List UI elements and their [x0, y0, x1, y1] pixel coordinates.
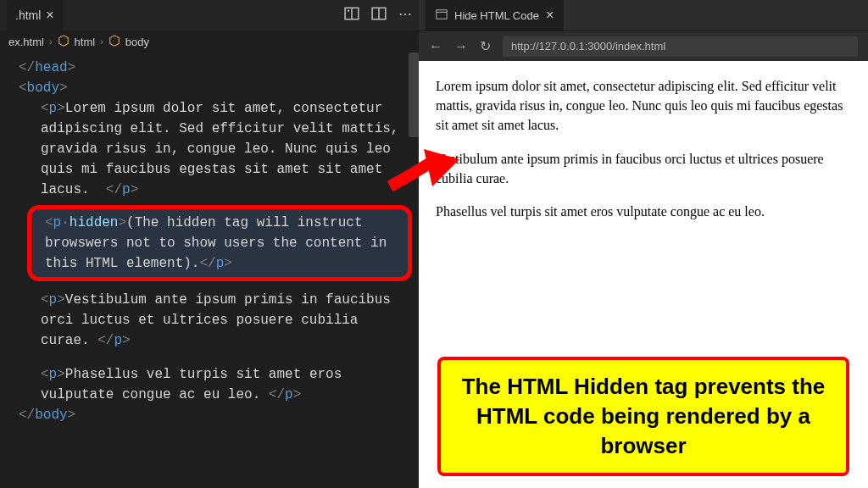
tab-filename: .html [15, 8, 41, 22]
split-editor-icon[interactable] [371, 6, 387, 25]
browser-panel: Hide HTML Code × ← → ↻ http://127.0.0.1:… [419, 0, 868, 488]
breadcrumb[interactable]: ex.html › html › body [0, 30, 419, 53]
rendered-page: Lorem ipsum dolor sit amet, consectetur … [419, 61, 868, 488]
code-editor[interactable]: </head> <body> <p>Lorem ipsum dolor sit … [0, 53, 419, 488]
page-paragraph: Vestibulum ante ipsum primis in faucibus… [436, 149, 851, 188]
scrollbar[interactable] [409, 53, 419, 137]
cube-icon [108, 35, 120, 49]
chevron-right-icon: › [49, 36, 53, 47]
url-bar[interactable]: http://127.0.0.1:3000/index.html [503, 36, 858, 57]
breadcrumb-file: ex.html [8, 36, 44, 48]
callout-box: The HTML Hidden tag prevents the HTML co… [437, 357, 849, 476]
code-text: Phasellus vel turpis sit amet eros vulpu… [41, 367, 350, 402]
browser-tabbar: Hide HTML Code × [419, 0, 868, 30]
split-preview-icon[interactable] [344, 6, 359, 25]
url-text: http://127.0.0.1:3000/index.html [511, 40, 665, 53]
editor-tabbar: .html × ⋯ [0, 0, 419, 30]
reload-icon[interactable]: ↻ [480, 38, 491, 54]
breadcrumb-html: html [75, 36, 96, 48]
chevron-right-icon: › [100, 36, 103, 47]
breadcrumb-body: body [125, 36, 149, 48]
svg-rect-5 [437, 9, 447, 19]
cube-icon [58, 35, 70, 49]
browser-navbar: ← → ↻ http://127.0.0.1:3000/index.html [419, 30, 868, 61]
callout-text: The HTML Hidden tag prevents the HTML co… [462, 374, 826, 458]
arrow-annotation [383, 139, 465, 200]
code-text: Vestibulum ante ipsum primis in faucibus… [41, 292, 399, 348]
close-icon[interactable]: × [546, 8, 554, 23]
tab-actions: ⋯ [344, 6, 412, 25]
forward-icon[interactable]: → [454, 39, 468, 54]
editor-panel: .html × ⋯ ex.html › html › body </head> … [0, 0, 419, 488]
webpage-icon [436, 8, 448, 23]
page-paragraph: Phasellus vel turpis sit amet eros vulpu… [436, 202, 851, 221]
editor-tab[interactable]: .html × [7, 0, 63, 30]
back-icon[interactable]: ← [429, 39, 442, 54]
code-text: Lorem ipsum dolor sit amet, consectetur … [41, 101, 407, 197]
more-icon[interactable]: ⋯ [398, 6, 412, 25]
page-paragraph: Lorem ipsum dolor sit amet, consectetur … [436, 76, 851, 136]
highlighted-code-box: <p·hidden>(The hidden tag will instruct … [27, 205, 412, 281]
svg-point-2 [348, 10, 349, 12]
browser-tab[interactable]: Hide HTML Code × [426, 0, 564, 30]
browser-tab-title: Hide HTML Code [454, 9, 539, 22]
close-icon[interactable]: × [46, 8, 53, 23]
